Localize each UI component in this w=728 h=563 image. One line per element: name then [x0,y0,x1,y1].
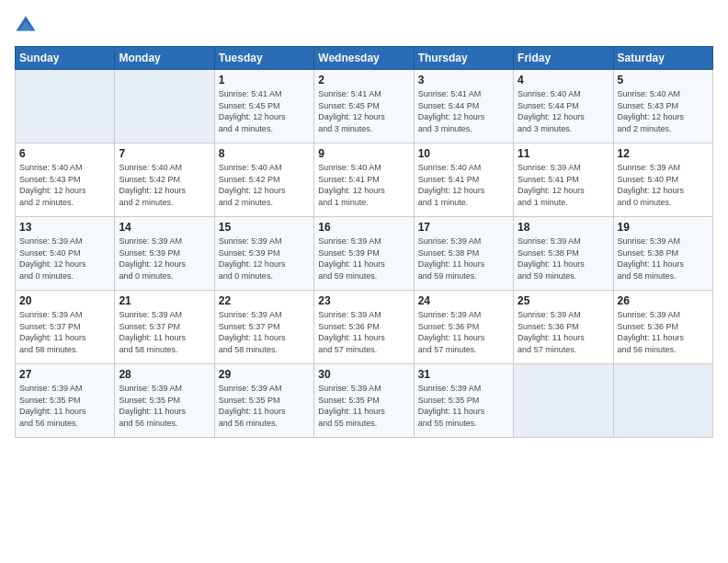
calendar-week: 27Sunrise: 5:39 AM Sunset: 5:35 PM Dayli… [16,364,713,438]
calendar-cell: 25Sunrise: 5:39 AM Sunset: 5:36 PM Dayli… [514,291,613,364]
calendar-cell [115,70,214,144]
day-number: 31 [418,368,509,381]
day-info: Sunrise: 5:41 AM Sunset: 5:44 PM Dayligh… [418,88,509,134]
weekday-header: Monday [115,47,214,70]
weekday-row: SundayMondayTuesdayWednesdayThursdayFrid… [16,47,713,70]
day-info: Sunrise: 5:41 AM Sunset: 5:45 PM Dayligh… [318,88,409,134]
day-info: Sunrise: 5:40 AM Sunset: 5:43 PM Dayligh… [618,88,709,134]
calendar-cell: 8Sunrise: 5:40 AM Sunset: 5:42 PM Daylig… [214,144,313,217]
day-info: Sunrise: 5:39 AM Sunset: 5:35 PM Dayligh… [219,383,310,429]
day-info: Sunrise: 5:39 AM Sunset: 5:38 PM Dayligh… [418,236,509,282]
weekday-header: Tuesday [214,47,313,70]
calendar-cell: 18Sunrise: 5:39 AM Sunset: 5:38 PM Dayli… [514,217,613,291]
day-number: 7 [119,147,210,160]
calendar-cell: 30Sunrise: 5:39 AM Sunset: 5:35 PM Dayli… [314,364,414,438]
day-number: 8 [219,147,310,160]
calendar-body: 1Sunrise: 5:41 AM Sunset: 5:45 PM Daylig… [16,70,713,438]
day-number: 11 [518,147,609,160]
day-number: 21 [119,294,210,307]
logo [15,15,40,37]
weekday-header: Thursday [414,47,513,70]
day-number: 3 [418,74,509,86]
day-number: 5 [618,74,709,86]
header [15,15,713,37]
calendar-cell: 9Sunrise: 5:40 AM Sunset: 5:41 PM Daylig… [314,144,414,217]
day-info: Sunrise: 5:39 AM Sunset: 5:39 PM Dayligh… [318,236,409,282]
page-container: SundayMondayTuesdayWednesdayThursdayFrid… [0,0,728,563]
calendar-cell [613,364,712,438]
day-info: Sunrise: 5:39 AM Sunset: 5:36 PM Dayligh… [418,309,509,355]
calendar-cell: 20Sunrise: 5:39 AM Sunset: 5:37 PM Dayli… [16,291,115,364]
day-info: Sunrise: 5:39 AM Sunset: 5:37 PM Dayligh… [119,309,210,355]
day-info: Sunrise: 5:40 AM Sunset: 5:41 PM Dayligh… [418,162,509,208]
day-number: 17 [418,221,509,234]
day-info: Sunrise: 5:40 AM Sunset: 5:44 PM Dayligh… [518,88,609,134]
calendar-cell: 5Sunrise: 5:40 AM Sunset: 5:43 PM Daylig… [613,70,712,144]
calendar-week: 1Sunrise: 5:41 AM Sunset: 5:45 PM Daylig… [16,70,713,144]
day-number: 1 [219,74,310,86]
day-info: Sunrise: 5:40 AM Sunset: 5:41 PM Dayligh… [318,162,409,208]
weekday-header: Sunday [16,47,115,70]
day-info: Sunrise: 5:39 AM Sunset: 5:36 PM Dayligh… [518,309,609,355]
day-number: 10 [418,147,509,160]
day-number: 26 [618,294,709,307]
calendar-cell: 13Sunrise: 5:39 AM Sunset: 5:40 PM Dayli… [16,217,115,291]
day-number: 19 [618,221,709,234]
day-info: Sunrise: 5:39 AM Sunset: 5:40 PM Dayligh… [19,236,110,282]
day-info: Sunrise: 5:39 AM Sunset: 5:37 PM Dayligh… [19,309,110,355]
calendar-week: 20Sunrise: 5:39 AM Sunset: 5:37 PM Dayli… [16,291,713,364]
day-number: 28 [119,368,210,381]
calendar-cell: 31Sunrise: 5:39 AM Sunset: 5:35 PM Dayli… [414,364,513,438]
day-number: 27 [19,368,110,381]
calendar-cell: 17Sunrise: 5:39 AM Sunset: 5:38 PM Dayli… [414,217,513,291]
calendar-cell: 3Sunrise: 5:41 AM Sunset: 5:44 PM Daylig… [414,70,513,144]
day-info: Sunrise: 5:39 AM Sunset: 5:35 PM Dayligh… [119,383,210,429]
calendar-cell: 6Sunrise: 5:40 AM Sunset: 5:43 PM Daylig… [16,144,115,217]
weekday-header: Wednesday [314,47,414,70]
day-info: Sunrise: 5:40 AM Sunset: 5:42 PM Dayligh… [219,162,310,208]
calendar-cell [514,364,613,438]
calendar-cell: 16Sunrise: 5:39 AM Sunset: 5:39 PM Dayli… [314,217,414,291]
calendar-cell: 10Sunrise: 5:40 AM Sunset: 5:41 PM Dayli… [414,144,513,217]
day-number: 29 [219,368,310,381]
day-info: Sunrise: 5:39 AM Sunset: 5:39 PM Dayligh… [119,236,210,282]
day-info: Sunrise: 5:39 AM Sunset: 5:35 PM Dayligh… [418,383,509,429]
calendar-cell: 29Sunrise: 5:39 AM Sunset: 5:35 PM Dayli… [214,364,313,438]
calendar-cell: 28Sunrise: 5:39 AM Sunset: 5:35 PM Dayli… [115,364,214,438]
day-number: 24 [418,294,509,307]
calendar-week: 13Sunrise: 5:39 AM Sunset: 5:40 PM Dayli… [16,217,713,291]
day-number: 20 [19,294,110,307]
day-info: Sunrise: 5:39 AM Sunset: 5:38 PM Dayligh… [618,236,709,282]
calendar-table: SundayMondayTuesdayWednesdayThursdayFrid… [15,46,713,438]
day-number: 6 [19,147,110,160]
calendar-cell: 2Sunrise: 5:41 AM Sunset: 5:45 PM Daylig… [314,70,414,144]
calendar-cell: 24Sunrise: 5:39 AM Sunset: 5:36 PM Dayli… [414,291,513,364]
calendar-cell: 19Sunrise: 5:39 AM Sunset: 5:38 PM Dayli… [613,217,712,291]
day-info: Sunrise: 5:39 AM Sunset: 5:36 PM Dayligh… [318,309,409,355]
day-number: 12 [618,147,709,160]
calendar-cell: 23Sunrise: 5:39 AM Sunset: 5:36 PM Dayli… [314,291,414,364]
day-info: Sunrise: 5:39 AM Sunset: 5:38 PM Dayligh… [518,236,609,282]
calendar-cell [16,70,115,144]
logo-icon [15,15,37,37]
day-number: 4 [518,74,609,86]
calendar-cell: 4Sunrise: 5:40 AM Sunset: 5:44 PM Daylig… [514,70,613,144]
day-number: 13 [19,221,110,234]
day-info: Sunrise: 5:39 AM Sunset: 5:35 PM Dayligh… [19,383,110,429]
day-info: Sunrise: 5:39 AM Sunset: 5:35 PM Dayligh… [318,383,409,429]
calendar-cell: 26Sunrise: 5:39 AM Sunset: 5:36 PM Dayli… [613,291,712,364]
calendar-cell: 1Sunrise: 5:41 AM Sunset: 5:45 PM Daylig… [214,70,313,144]
day-info: Sunrise: 5:40 AM Sunset: 5:43 PM Dayligh… [19,162,110,208]
day-number: 23 [318,294,409,307]
weekday-header: Friday [514,47,613,70]
day-number: 18 [518,221,609,234]
weekday-header: Saturday [613,47,712,70]
day-info: Sunrise: 5:39 AM Sunset: 5:41 PM Dayligh… [518,162,609,208]
calendar-cell: 21Sunrise: 5:39 AM Sunset: 5:37 PM Dayli… [115,291,214,364]
day-info: Sunrise: 5:39 AM Sunset: 5:40 PM Dayligh… [618,162,709,208]
calendar-cell: 14Sunrise: 5:39 AM Sunset: 5:39 PM Dayli… [115,217,214,291]
calendar-cell: 15Sunrise: 5:39 AM Sunset: 5:39 PM Dayli… [214,217,313,291]
day-number: 25 [518,294,609,307]
day-number: 2 [318,74,409,86]
calendar-header: SundayMondayTuesdayWednesdayThursdayFrid… [16,47,713,70]
